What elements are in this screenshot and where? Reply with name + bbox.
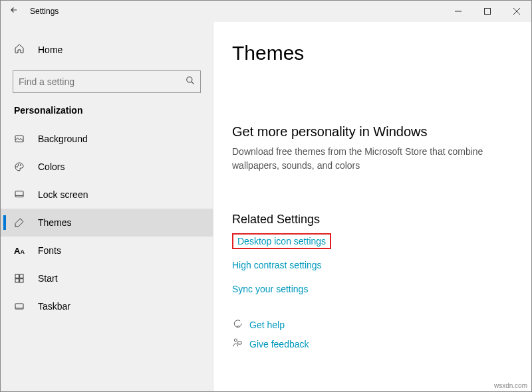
feedback-icon (232, 338, 249, 350)
sidebar-item-lockscreen[interactable]: Lock screen (1, 181, 213, 209)
sidebar-item-fonts[interactable]: AA Fonts (1, 237, 213, 264)
search-box[interactable] (13, 70, 201, 93)
content-pane: Themes Get more personality in Windows D… (213, 22, 531, 391)
svg-rect-12 (15, 274, 19, 278)
help-label: Get help (249, 320, 285, 330)
page-title: Themes (232, 42, 513, 64)
home-link[interactable]: Home (1, 38, 213, 61)
svg-rect-17 (15, 307, 23, 309)
promo-description: Download free themes from the Microsoft … (232, 145, 485, 173)
search-icon (186, 76, 195, 88)
svg-point-4 (187, 77, 192, 82)
nav-label: Fonts (38, 245, 61, 256)
svg-line-5 (192, 82, 194, 84)
svg-rect-19 (238, 342, 241, 344)
nav-label: Start (38, 273, 58, 284)
svg-point-7 (17, 166, 17, 167)
nav-label: Background (38, 134, 88, 144)
fonts-icon: AA (14, 246, 27, 256)
link-desktop-icon-settings[interactable]: Desktop icon settings (232, 233, 331, 249)
promo-title: Get more personality in Windows (232, 124, 513, 140)
help-icon (232, 318, 249, 331)
sidebar-item-start[interactable]: Start (1, 264, 213, 292)
sidebar-item-colors[interactable]: Colors (1, 153, 213, 181)
lockscreen-icon (14, 189, 27, 200)
svg-point-18 (234, 339, 237, 342)
svg-point-9 (20, 165, 21, 165)
picture-icon (14, 134, 27, 144)
svg-point-8 (18, 165, 19, 165)
nav-label: Colors (38, 161, 65, 172)
link-high-contrast[interactable]: High contrast settings (232, 257, 322, 273)
svg-rect-13 (20, 274, 23, 278)
nav-label: Lock screen (38, 189, 88, 200)
svg-rect-15 (20, 279, 23, 282)
link-sync-settings[interactable]: Sync your settings (232, 281, 308, 297)
svg-rect-10 (15, 191, 23, 197)
sidebar-item-taskbar[interactable]: Taskbar (1, 292, 213, 320)
svg-rect-1 (485, 9, 491, 15)
sidebar-item-background[interactable]: Background (1, 125, 213, 153)
maximize-button[interactable] (473, 1, 502, 22)
get-help-link[interactable]: Get help (232, 318, 513, 331)
minimize-button[interactable] (444, 1, 473, 22)
palette-icon (14, 161, 27, 172)
home-label: Home (38, 45, 63, 55)
category-label: Personalization (1, 105, 213, 125)
give-feedback-link[interactable]: Give feedback (232, 338, 513, 350)
nav-label: Themes (38, 217, 72, 228)
related-heading: Related Settings (232, 213, 513, 227)
search-input[interactable] (19, 76, 186, 87)
nav-label: Taskbar (38, 301, 70, 312)
themes-icon (14, 217, 27, 228)
start-icon (14, 273, 27, 284)
back-button[interactable] (1, 5, 27, 17)
attribution: wsxdn.com (494, 382, 527, 389)
close-button[interactable] (502, 1, 531, 22)
feedback-label: Give feedback (249, 339, 309, 349)
svg-rect-14 (15, 279, 19, 282)
sidebar-item-themes[interactable]: Themes (1, 209, 213, 237)
window-controls (444, 1, 531, 22)
sidebar: Home Personalization Background Colors L… (1, 22, 213, 391)
taskbar-icon (14, 301, 27, 312)
titlebar: Settings (1, 1, 531, 22)
home-icon (14, 43, 27, 56)
window-title: Settings (27, 7, 444, 16)
